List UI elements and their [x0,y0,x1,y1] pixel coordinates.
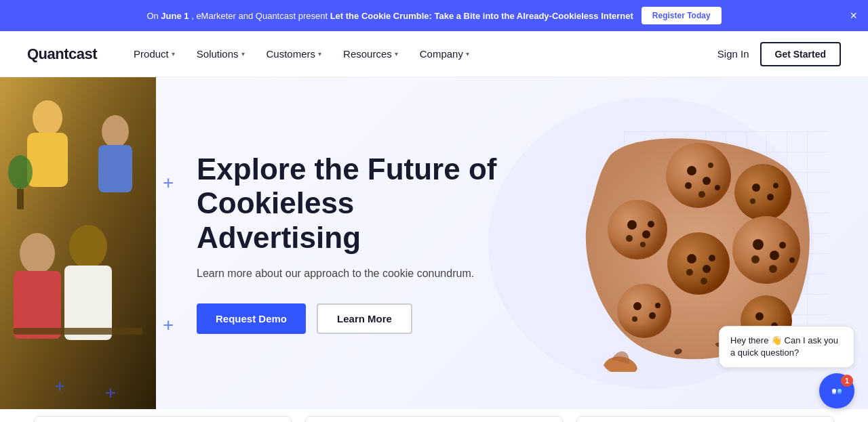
chevron-down-icon: ▾ [395,50,398,58]
svg-point-47 [701,278,707,284]
nav-item-product[interactable]: Product ▾ [124,43,184,65]
get-started-button[interactable]: Get Started [760,42,841,66]
svg-point-41 [789,257,795,263]
chat-open-button[interactable]: 1 [819,373,854,408]
svg-point-54 [755,312,764,320]
hero-people-image [0,77,156,409]
svg-point-33 [648,221,654,228]
svg-point-11 [8,155,33,189]
card-emarketer-event: e EMARKETER EVENT Let the Cookie Crumble… [305,416,563,422]
svg-point-72 [832,392,836,394]
chevron-down-icon: ▾ [466,50,469,58]
plus-decoration: + [105,382,116,404]
chevron-down-icon: ▾ [172,50,175,58]
svg-point-43 [687,254,696,263]
svg-point-25 [752,184,760,192]
nav-item-customers[interactable]: Customers ▾ [257,43,332,65]
svg-point-38 [751,255,760,263]
banner-text: On June 1 , eMarketer and Quantcast pres… [146,11,633,21]
hero-subtitle: Learn more about our approach to the coo… [197,266,502,282]
nav-item-company[interactable]: Company ▾ [410,43,479,65]
svg-point-50 [649,312,656,319]
svg-point-29 [608,200,667,259]
request-demo-button[interactable]: Request Demo [197,303,306,334]
svg-point-2 [33,100,62,135]
svg-point-44 [703,265,711,273]
banner-date: June 1 [161,11,189,21]
main-nav: Product ▾ Solutions ▾ Customers ▾ Resour… [124,43,717,65]
svg-rect-12 [17,189,24,209]
svg-point-40 [769,265,777,273]
svg-point-26 [767,194,774,201]
svg-point-34 [640,242,646,247]
chevron-down-icon: ▾ [241,50,245,58]
nav-item-resources[interactable]: Resources ▾ [334,43,408,65]
chat-notification-badge: 1 [841,375,853,387]
svg-point-48 [617,284,671,338]
card-free-training: 🎓 ACADEMY FREE ONLINE TRAINING Get Certi… [576,416,834,422]
banner-register-button[interactable]: Register Today [642,7,722,24]
plus-decoration: + [54,375,65,397]
card-analyst-study: ANALYST STUDY The Total Economic Impact™… [34,416,292,422]
svg-point-17 [666,143,731,208]
svg-point-4 [102,115,129,148]
header: Quantcast Product ▾ Solutions ▾ Customer… [0,31,868,77]
svg-point-51 [632,316,637,322]
svg-point-39 [779,242,786,249]
chat-widget: Hey there 👋 Can I ask you a quick questi… [719,326,854,408]
learn-more-button[interactable]: Learn More [317,303,412,334]
svg-rect-10 [14,328,142,335]
svg-rect-3 [27,133,68,187]
svg-point-27 [750,198,755,204]
hero-title: Explore the Future of Cookieless Adverti… [197,152,502,255]
svg-point-52 [655,303,660,308]
plus-decoration: + [163,314,174,336]
svg-point-18 [687,166,696,175]
svg-point-6 [20,233,55,274]
svg-point-32 [626,235,633,242]
logo[interactable]: Quantcast [27,45,97,63]
svg-point-24 [734,164,791,221]
top-banner: On June 1 , eMarketer and Quantcast pres… [0,0,868,31]
header-actions: Sign In Get Started [717,42,841,66]
svg-point-30 [627,220,637,230]
svg-point-46 [709,255,715,261]
svg-point-42 [667,232,730,295]
chevron-down-icon: ▾ [318,50,321,58]
svg-point-21 [708,163,713,168]
svg-point-19 [703,177,711,185]
svg-point-8 [69,225,107,268]
svg-point-49 [633,302,642,310]
svg-point-73 [837,392,842,394]
svg-point-31 [642,230,650,238]
nav-item-solutions[interactable]: Solutions ▾ [187,43,254,65]
sign-in-button[interactable]: Sign In [717,48,749,60]
banner-close-button[interactable]: × [850,9,857,22]
svg-point-45 [686,269,693,276]
hero-buttons: Request Demo Learn More [197,303,502,334]
svg-point-28 [773,183,778,188]
banner-event-title: Let the Cookie Crumble: Take a Bite into… [330,11,633,21]
svg-point-22 [698,191,705,198]
plus-decoration: + [163,172,174,194]
svg-point-36 [753,239,764,250]
hero-content: Explore the Future of Cookieless Adverti… [176,125,529,362]
svg-point-35 [732,216,800,284]
svg-point-37 [770,251,779,260]
svg-point-20 [685,182,692,189]
chat-bubble: Hey there 👋 Can I ask you a quick questi… [719,326,854,368]
svg-point-23 [715,185,720,190]
svg-rect-5 [98,145,132,192]
